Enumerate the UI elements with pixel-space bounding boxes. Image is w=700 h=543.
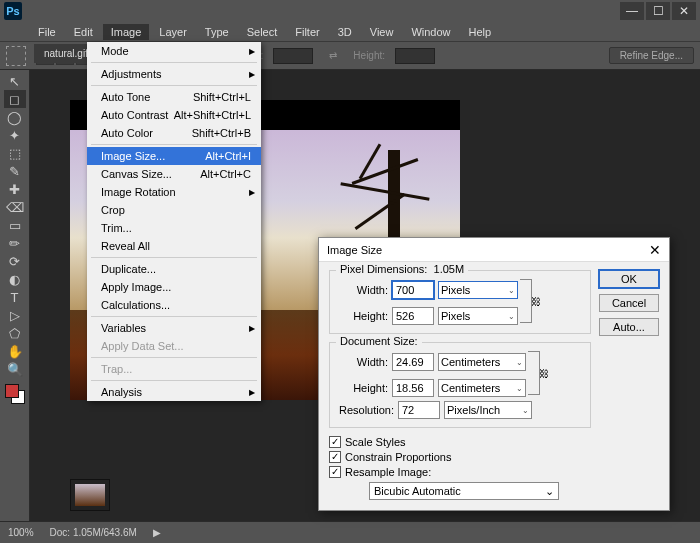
scale-styles-label: Scale Styles bbox=[345, 436, 406, 448]
tool-5[interactable]: ✎ bbox=[4, 162, 26, 180]
doc-size-legend: Document Size: bbox=[336, 335, 422, 347]
navigator-thumbnail[interactable] bbox=[70, 479, 110, 511]
doc-width-unit-select[interactable]: Centimeters⌄ bbox=[438, 353, 526, 371]
link-icon[interactable]: ⛓ bbox=[531, 296, 541, 307]
tool-preset-icon[interactable] bbox=[6, 46, 26, 66]
close-window-button[interactable]: ✕ bbox=[672, 2, 696, 20]
tool-11[interactable]: ◐ bbox=[4, 270, 26, 288]
tool-13[interactable]: ▷ bbox=[4, 306, 26, 324]
menu-item-calculations[interactable]: Calculations... bbox=[87, 296, 261, 314]
menu-item-duplicate[interactable]: Duplicate... bbox=[87, 260, 261, 278]
color-swatches[interactable] bbox=[5, 384, 25, 404]
opt-width-input[interactable] bbox=[273, 48, 313, 64]
menu-item-apply-image[interactable]: Apply Image... bbox=[87, 278, 261, 296]
tool-12[interactable]: T bbox=[4, 288, 26, 306]
menu-item-auto-color[interactable]: Auto ColorShift+Ctrl+B bbox=[87, 124, 261, 142]
status-arrow-icon[interactable]: ▶ bbox=[153, 527, 161, 538]
dialog-title-bar[interactable]: Image Size ✕ bbox=[319, 238, 669, 262]
px-height-label: Height: bbox=[338, 310, 388, 322]
px-width-label: Width: bbox=[338, 284, 388, 296]
tool-7[interactable]: ⌫ bbox=[4, 198, 26, 216]
menu-item-trap: Trap... bbox=[87, 360, 261, 378]
tool-9[interactable]: ✏ bbox=[4, 234, 26, 252]
pixdim-value: 1.05M bbox=[434, 263, 465, 275]
cancel-button[interactable]: Cancel bbox=[599, 294, 659, 312]
resample-image-checkbox[interactable]: ✓ bbox=[329, 466, 341, 478]
menu-item-canvas-size[interactable]: Canvas Size...Alt+Ctrl+C bbox=[87, 165, 261, 183]
tool-14[interactable]: ⬠ bbox=[4, 324, 26, 342]
toolbox: ↖◻◯✦⬚✎✚⌫▭✏⟳◐T▷⬠✋🔍 bbox=[0, 70, 30, 521]
ps-logo: Ps bbox=[4, 2, 22, 20]
menu-layer[interactable]: Layer bbox=[151, 24, 195, 40]
menu-select[interactable]: Select bbox=[239, 24, 286, 40]
menu-item-auto-tone[interactable]: Auto ToneShift+Ctrl+L bbox=[87, 88, 261, 106]
px-height-input[interactable] bbox=[392, 307, 434, 325]
menu-3d[interactable]: 3D bbox=[330, 24, 360, 40]
swap-icon[interactable]: ⇄ bbox=[329, 50, 337, 61]
zoom-level[interactable]: 100% bbox=[8, 527, 34, 538]
minimize-button[interactable]: — bbox=[620, 2, 644, 20]
doc-height-unit-select[interactable]: Centimeters⌄ bbox=[438, 379, 526, 397]
tool-0[interactable]: ↖ bbox=[4, 72, 26, 90]
menu-item-reveal-all[interactable]: Reveal All bbox=[87, 237, 261, 255]
dialog-title: Image Size bbox=[327, 244, 382, 256]
doc-width-input[interactable] bbox=[392, 353, 434, 371]
maximize-button[interactable]: ☐ bbox=[646, 2, 670, 20]
menu-item-mode[interactable]: Mode bbox=[87, 42, 261, 60]
menu-item-crop[interactable]: Crop bbox=[87, 201, 261, 219]
menu-filter[interactable]: Filter bbox=[287, 24, 327, 40]
px-width-unit-select[interactable]: Pixels⌄ bbox=[438, 281, 518, 299]
link-icon[interactable]: ⛓ bbox=[539, 368, 549, 379]
constrain-proportions-label: Constrain Proportions bbox=[345, 451, 451, 463]
menu-item-analysis[interactable]: Analysis bbox=[87, 383, 261, 401]
menu-window[interactable]: Window bbox=[403, 24, 458, 40]
menu-item-auto-contrast[interactable]: Auto ContrastAlt+Shift+Ctrl+L bbox=[87, 106, 261, 124]
dialog-close-button[interactable]: ✕ bbox=[649, 242, 661, 258]
menu-item-apply-data-set: Apply Data Set... bbox=[87, 337, 261, 355]
menu-item-variables[interactable]: Variables bbox=[87, 319, 261, 337]
scale-styles-checkbox[interactable]: ✓ bbox=[329, 436, 341, 448]
menu-type[interactable]: Type bbox=[197, 24, 237, 40]
menu-item-image-rotation[interactable]: Image Rotation bbox=[87, 183, 261, 201]
resolution-unit-select[interactable]: Pixels/Inch⌄ bbox=[444, 401, 532, 419]
resolution-label: Resolution: bbox=[338, 404, 394, 416]
ok-button[interactable]: OK bbox=[599, 270, 659, 288]
opt-height-input[interactable] bbox=[395, 48, 435, 64]
opt-height-label: Height: bbox=[353, 50, 385, 61]
px-link-bracket: ⛓ bbox=[520, 279, 532, 323]
tool-16[interactable]: 🔍 bbox=[4, 360, 26, 378]
resample-method-select[interactable]: Bicubic Automatic⌄ bbox=[369, 482, 559, 500]
doc-link-bracket: ⛓ bbox=[528, 351, 540, 395]
px-width-input[interactable] bbox=[392, 281, 434, 299]
refine-edge-button[interactable]: Refine Edge... bbox=[609, 47, 694, 64]
tool-2[interactable]: ◯ bbox=[4, 108, 26, 126]
constrain-proportions-checkbox[interactable]: ✓ bbox=[329, 451, 341, 463]
auto-button[interactable]: Auto... bbox=[599, 318, 659, 336]
menu-image[interactable]: Image bbox=[103, 24, 150, 40]
resolution-input[interactable] bbox=[398, 401, 440, 419]
menu-file[interactable]: File bbox=[30, 24, 64, 40]
tool-3[interactable]: ✦ bbox=[4, 126, 26, 144]
tool-1[interactable]: ◻ bbox=[4, 90, 26, 108]
window-controls: — ☐ ✕ bbox=[618, 2, 696, 20]
menu-item-adjustments[interactable]: Adjustments bbox=[87, 65, 261, 83]
document-size-group: Document Size: Width: Centimeters⌄ Heigh… bbox=[329, 342, 591, 428]
image-menu-dropdown: ModeAdjustmentsAuto ToneShift+Ctrl+LAuto… bbox=[87, 42, 261, 401]
tool-15[interactable]: ✋ bbox=[4, 342, 26, 360]
tool-4[interactable]: ⬚ bbox=[4, 144, 26, 162]
px-height-unit-select[interactable]: Pixels⌄ bbox=[438, 307, 518, 325]
menu-bar: FileEditImageLayerTypeSelectFilter3DView… bbox=[0, 22, 700, 42]
tool-8[interactable]: ▭ bbox=[4, 216, 26, 234]
title-bar: Ps — ☐ ✕ bbox=[0, 0, 700, 22]
menu-view[interactable]: View bbox=[362, 24, 402, 40]
menu-edit[interactable]: Edit bbox=[66, 24, 101, 40]
doc-height-input[interactable] bbox=[392, 379, 434, 397]
menu-help[interactable]: Help bbox=[461, 24, 500, 40]
status-bar: 100% Doc: 1.05M/643.6M ▶ bbox=[0, 521, 700, 543]
resample-image-label: Resample Image: bbox=[345, 466, 431, 478]
doc-width-label: Width: bbox=[338, 356, 388, 368]
tool-10[interactable]: ⟳ bbox=[4, 252, 26, 270]
menu-item-trim[interactable]: Trim... bbox=[87, 219, 261, 237]
menu-item-image-size[interactable]: Image Size...Alt+Ctrl+I bbox=[87, 147, 261, 165]
tool-6[interactable]: ✚ bbox=[4, 180, 26, 198]
